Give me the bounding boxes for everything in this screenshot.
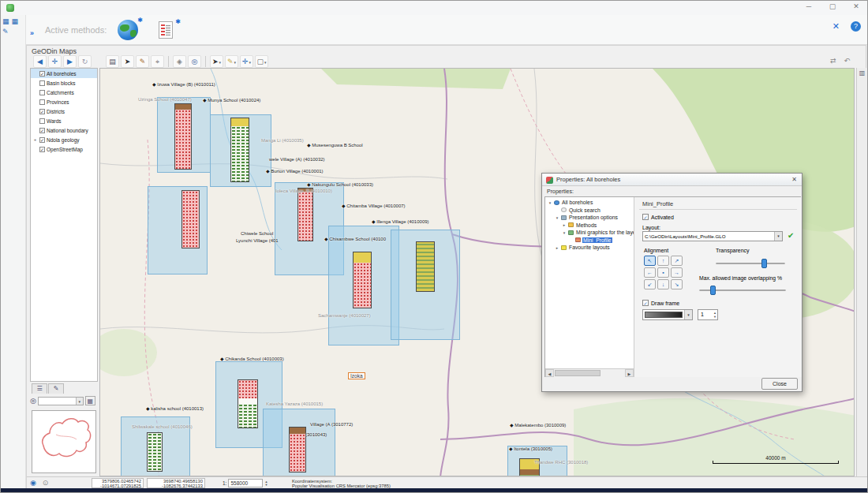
- activated-checkbox[interactable]: ✓: [642, 214, 649, 220]
- highlight-mode-button[interactable]: ✎▾: [225, 55, 238, 68]
- tree-item[interactable]: ▾Presentation options: [545, 214, 634, 222]
- legend-edit-tab[interactable]: ✎: [48, 383, 64, 394]
- panel-expand-chevron[interactable]: »: [30, 29, 34, 37]
- dialog-titlebar[interactable]: Properties: All boreholes ✕: [542, 174, 802, 186]
- mini-profile[interactable]: [416, 241, 435, 292]
- profile-method-button[interactable]: ✱: [157, 20, 181, 42]
- tree-hscrollbar[interactable]: ◀ ▶: [545, 368, 634, 377]
- save-map-button[interactable]: ▤: [106, 55, 119, 68]
- layers-tab[interactable]: ☰: [32, 383, 47, 394]
- layer-search-combo[interactable]: ▾: [38, 397, 84, 405]
- mini-profile[interactable]: [353, 252, 372, 308]
- tree-item[interactable]: ▾All boreholes: [545, 199, 634, 207]
- pan-right-button[interactable]: ▶: [63, 55, 77, 68]
- chevron-down-icon[interactable]: ▾: [774, 232, 782, 241]
- layer-row[interactable]: Catchments: [31, 88, 97, 97]
- tree-expander-icon[interactable]: ▾: [548, 200, 552, 205]
- layer-row[interactable]: ✓OpenStreetMap: [31, 144, 97, 154]
- alignment-button[interactable]: ↖: [644, 256, 656, 266]
- pin-panel-icon[interactable]: ▥: [859, 69, 866, 77]
- chevron-down-icon[interactable]: ▾: [684, 310, 692, 319]
- draw-frame-checkbox[interactable]: ✓: [642, 300, 649, 306]
- dialog-close-icon[interactable]: ✕: [791, 176, 797, 183]
- refresh-button[interactable]: ↻: [78, 55, 92, 68]
- alignment-button[interactable]: ↙: [644, 279, 656, 289]
- layer-checkbox[interactable]: [39, 99, 45, 105]
- overview-map[interactable]: [32, 410, 96, 473]
- layer-row[interactable]: Provinces: [31, 97, 97, 106]
- layer-row[interactable]: Wards: [31, 116, 97, 125]
- shape-mode-button[interactable]: ▢▾: [255, 55, 268, 68]
- frame-width-spinner[interactable]: 1 ▲▼: [698, 309, 718, 320]
- tree-expander-icon[interactable]: ▸: [555, 245, 559, 250]
- crosshair-mode-button[interactable]: ✛▾: [240, 55, 253, 68]
- scroll-thumb[interactable]: [555, 370, 600, 376]
- layer-row[interactable]: Basin blocks: [31, 78, 97, 88]
- tree-expander-icon[interactable]: ▾: [562, 230, 567, 235]
- chevron-down-icon[interactable]: ▾: [76, 398, 83, 405]
- mini-profile[interactable]: [230, 118, 249, 182]
- layer-checkbox[interactable]: ✓: [39, 71, 45, 77]
- alignment-button[interactable]: ↑: [657, 256, 669, 266]
- alignment-button[interactable]: ↘: [671, 279, 683, 289]
- alignment-button[interactable]: ←: [644, 267, 656, 278]
- expander-icon[interactable]: +: [32, 137, 38, 142]
- dock-panel-1-icon[interactable]: ▦: [2, 17, 9, 25]
- tree-item[interactable]: Quick search: [545, 207, 634, 215]
- mini-profile[interactable]: [297, 188, 313, 241]
- dialog-close-button[interactable]: Close: [761, 378, 798, 390]
- edit-button[interactable]: ✎: [136, 55, 149, 68]
- pan-mode-button[interactable]: ✛: [48, 55, 62, 68]
- transparency-slider[interactable]: [716, 259, 785, 268]
- close-methods-icon[interactable]: ✕: [832, 21, 840, 32]
- layer-checkbox[interactable]: [39, 80, 45, 86]
- help-icon[interactable]: ?: [851, 21, 861, 32]
- scale-spinner[interactable]: ▲▼: [264, 480, 268, 487]
- search-options-button[interactable]: ▦: [85, 396, 95, 405]
- minimize-button[interactable]: ─: [804, 2, 814, 10]
- overlap-slider[interactable]: [699, 286, 786, 295]
- previous-view-icon[interactable]: ↶: [844, 57, 850, 65]
- frame-color-dropdown[interactable]: ▾: [642, 309, 693, 320]
- mini-profile[interactable]: [181, 190, 200, 248]
- slider-handle[interactable]: [761, 259, 767, 268]
- zoom-button[interactable]: ◎: [188, 55, 201, 68]
- maximize-button[interactable]: ▢: [828, 2, 837, 10]
- alignment-button[interactable]: ↗: [671, 256, 683, 266]
- close-button[interactable]: ✕: [851, 2, 861, 10]
- dropdown-arrow-icon[interactable]: ▾: [264, 60, 267, 65]
- layer-checkbox[interactable]: [39, 118, 45, 124]
- alignment-button[interactable]: ↓: [657, 279, 669, 289]
- map-method-button[interactable]: ✱: [116, 18, 143, 42]
- link-view-icon[interactable]: ⇄: [830, 57, 836, 65]
- mini-profile[interactable]: [289, 427, 306, 472]
- select-button[interactable]: ➤: [121, 55, 134, 68]
- layer-checkbox[interactable]: [39, 90, 45, 95]
- dropdown-arrow-icon[interactable]: ▾: [234, 60, 237, 65]
- mini-profile[interactable]: [174, 103, 192, 170]
- tree-item[interactable]: ▸Favourite layouts: [545, 244, 634, 252]
- dock-tool-icon[interactable]: ✎: [2, 28, 9, 35]
- mini-profile[interactable]: [147, 432, 163, 472]
- scroll-right-icon[interactable]: ▶: [625, 369, 634, 377]
- tree-item[interactable]: ▸Methods: [545, 222, 634, 230]
- dock-panel-2-icon[interactable]: ▦: [12, 17, 19, 25]
- layer-row[interactable]: ✓Districts: [31, 106, 97, 116]
- layer-checkbox[interactable]: ✓: [39, 137, 45, 143]
- scroll-left-icon[interactable]: ◀: [545, 369, 554, 377]
- pan-left-button[interactable]: ◀: [33, 55, 47, 68]
- layer-checkbox[interactable]: ✓: [39, 128, 45, 133]
- tree-expander-icon[interactable]: ▾: [555, 215, 559, 220]
- scale-input[interactable]: 558000: [228, 479, 263, 487]
- slider-handle[interactable]: [710, 286, 716, 295]
- alignment-button[interactable]: ▪: [657, 267, 669, 278]
- move-button[interactable]: ⌖: [151, 55, 164, 68]
- style-button[interactable]: ◈: [173, 55, 186, 68]
- spinner-arrows-icon[interactable]: ▲▼: [713, 312, 716, 319]
- dropdown-arrow-icon[interactable]: ▾: [219, 60, 222, 65]
- dropdown-arrow-icon[interactable]: ▾: [249, 60, 252, 65]
- layer-checkbox[interactable]: ✓: [39, 109, 45, 114]
- alignment-button[interactable]: →: [671, 267, 683, 278]
- tree-expander-icon[interactable]: ▸: [562, 222, 567, 227]
- pointer-mode-button[interactable]: ➤▾: [210, 55, 223, 68]
